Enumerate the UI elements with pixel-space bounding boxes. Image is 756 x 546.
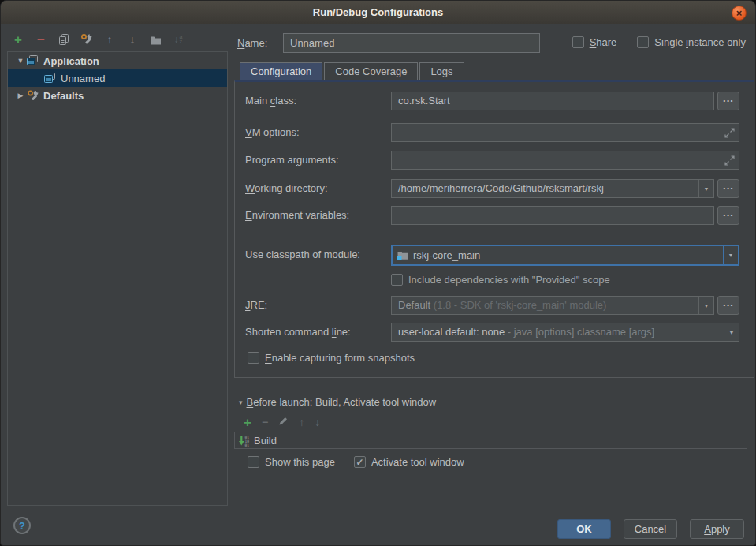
add-configuration-button[interactable]: + <box>12 33 24 46</box>
plus-icon: + <box>14 33 22 47</box>
main-class-input[interactable]: co.rsk.Start <box>391 92 714 110</box>
use-classpath-combobox[interactable]: rskj-core_main ▼ <box>391 245 739 266</box>
defaults-wrench-icon <box>27 90 39 102</box>
include-provided-checkbox[interactable] <box>391 274 403 286</box>
sort-configurations-button[interactable]: ↓ a z <box>172 33 184 46</box>
create-folder-button[interactable] <box>149 33 162 46</box>
wrench-icon <box>80 33 93 46</box>
collapse-arrow-icon[interactable]: ▾ <box>239 398 243 406</box>
main-class-browse-button[interactable]: ... <box>717 92 739 110</box>
collapse-arrow-icon[interactable]: ▶ <box>14 92 27 99</box>
environment-variables-browse-button[interactable]: ... <box>717 206 739 225</box>
chevron-down-icon: ▼ <box>704 186 709 192</box>
capture-snapshots-checkbox[interactable] <box>248 352 259 364</box>
before-launch-title: Before launch: Build, Activate tool wind… <box>247 396 437 408</box>
move-up-button[interactable]: ↑ <box>103 33 116 46</box>
task-up-button[interactable]: ↑ <box>299 417 304 428</box>
shorten-dropdown-button[interactable]: ▼ <box>724 323 739 341</box>
tree-item-label: Unnamed <box>61 73 105 84</box>
activate-tool-window-checkbox[interactable]: ✓ <box>354 456 366 468</box>
vm-options-input[interactable] <box>391 123 739 142</box>
show-this-page-checkbox[interactable] <box>248 456 259 468</box>
working-directory-dropdown-button[interactable]: ▼ <box>698 180 713 197</box>
build-icon: 01 10 01 <box>239 435 250 447</box>
tree-item-defaults[interactable]: ▶ Defaults <box>8 87 227 104</box>
tree-item-label: Defaults <box>43 90 84 102</box>
copy-configuration-button[interactable] <box>58 33 70 46</box>
chevron-down-icon: ▼ <box>729 330 735 335</box>
single-instance-label: Single instance only <box>654 36 746 48</box>
help-button[interactable]: ? <box>13 517 31 534</box>
name-input[interactable]: Unnamed <box>283 33 540 53</box>
application-icon <box>27 55 39 67</box>
tab-logs[interactable]: Logs <box>419 62 464 80</box>
environment-variables-label: Environment variables: <box>245 206 349 225</box>
use-classpath-dropdown-button[interactable]: ▼ <box>723 246 738 264</box>
ellipsis-icon: ... <box>723 92 734 104</box>
jre-browse-button[interactable]: ... <box>717 296 739 315</box>
close-button[interactable]: × <box>732 6 747 21</box>
edit-defaults-button[interactable] <box>80 33 93 46</box>
main-class-label: Main class: <box>245 92 296 110</box>
working-directory-browse-button[interactable]: ... <box>717 179 739 198</box>
top-checkboxes: Share Single instance only <box>572 36 746 48</box>
chevron-down-icon: ▼ <box>704 303 709 309</box>
tab-configuration[interactable]: Configuration <box>240 62 322 80</box>
titlebar[interactable]: Run/Debug Configurations × <box>1 1 755 24</box>
before-launch-header[interactable]: ▾ Before launch: Build, Activate tool wi… <box>239 396 747 408</box>
sort-az-icon: ↓ a z <box>174 34 183 45</box>
share-option: Share <box>572 36 617 48</box>
jre-combobox[interactable]: Default (1.8 - SDK of 'rskj-core_main' m… <box>391 296 714 315</box>
program-arguments-label: Program arguments: <box>245 151 339 170</box>
before-launch-task-build[interactable]: 01 10 01 Build <box>234 432 747 449</box>
before-launch-toolbar: + − ↑ ↓ <box>244 415 320 429</box>
expand-arrow-icon[interactable]: ▼ <box>14 57 27 65</box>
program-arguments-input[interactable] <box>391 151 739 170</box>
check-icon: ✓ <box>356 458 363 467</box>
move-down-button[interactable]: ↓ <box>126 33 139 46</box>
close-icon: × <box>736 8 743 18</box>
task-down-button[interactable]: ↓ <box>315 417 320 428</box>
cancel-button[interactable]: Cancel <box>624 519 677 539</box>
expand-field-icon[interactable] <box>724 155 735 166</box>
single-instance-option: Single instance only <box>637 36 746 48</box>
environment-variables-input[interactable] <box>391 206 714 225</box>
plus-icon: + <box>244 415 251 430</box>
tab-bar: Configuration Code Coverage Logs <box>240 62 464 80</box>
application-icon <box>44 73 57 84</box>
activate-tool-window-label: Activate tool window <box>371 456 464 468</box>
module-icon <box>397 250 408 260</box>
before-launch-checkboxes: Show this page ✓ Activate tool window <box>248 456 464 468</box>
apply-button[interactable]: Apply <box>690 519 744 539</box>
use-classpath-value: rskj-core_main <box>413 249 480 261</box>
vm-options-label: VM options: <box>245 123 300 142</box>
tree-item-unnamed[interactable]: Unnamed <box>8 69 227 87</box>
working-directory-input[interactable]: /home/meriherrera/Code/Github/rsksmart/r… <box>391 179 714 198</box>
jre-dropdown-button[interactable]: ▼ <box>698 297 713 314</box>
ellipsis-icon: ... <box>723 180 734 192</box>
shorten-command-line-combobox[interactable]: user-local default: none - java [options… <box>391 323 739 342</box>
activate-tool-window-option: ✓ Activate tool window <box>354 456 464 468</box>
arrow-down-icon: ↓ <box>315 416 320 428</box>
remove-task-button[interactable]: − <box>262 417 268 428</box>
include-provided-label: Include dependencies with "Provided" sco… <box>408 274 610 286</box>
single-instance-checkbox[interactable] <box>637 36 649 48</box>
jre-label: JRE: <box>245 296 267 315</box>
edit-task-button[interactable] <box>278 416 289 428</box>
remove-configuration-button[interactable]: − <box>35 33 47 46</box>
header-rule <box>443 402 747 402</box>
apply-label: Apply <box>704 523 730 535</box>
configurations-toolbar: + − ↑ ↓ ↓ <box>12 32 184 47</box>
working-directory-label: Working directory: <box>245 179 328 198</box>
folder-icon <box>150 35 162 45</box>
tab-code-coverage[interactable]: Code Coverage <box>324 62 418 80</box>
help-icon: ? <box>19 520 25 532</box>
add-task-button[interactable]: + <box>244 416 251 429</box>
tree-item-application[interactable]: ▼ Application <box>8 52 227 69</box>
share-label: Share <box>590 36 617 48</box>
expand-field-icon[interactable] <box>724 128 735 138</box>
share-checkbox[interactable] <box>572 36 584 48</box>
ok-button[interactable]: OK <box>557 519 611 539</box>
ellipsis-icon: ... <box>723 297 734 309</box>
arrow-up-icon: ↑ <box>107 34 113 45</box>
